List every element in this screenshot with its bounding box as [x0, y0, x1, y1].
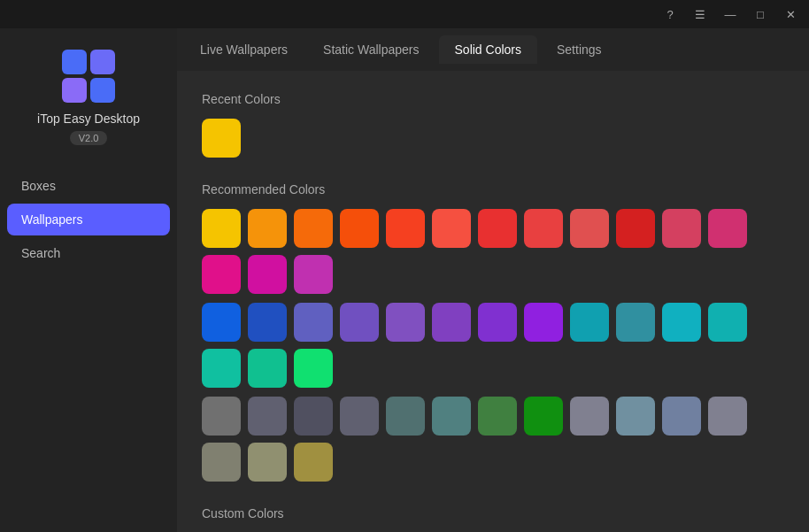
color-swatch[interactable] — [248, 303, 287, 342]
color-swatch[interactable] — [616, 303, 655, 342]
tab-live-wallpapers[interactable]: Live Wallpapers — [184, 35, 304, 64]
color-swatch[interactable] — [202, 397, 241, 436]
color-swatch[interactable] — [570, 209, 609, 248]
sidebar: iTop Easy Desktop V2.0 Boxes Wallpapers … — [0, 28, 177, 532]
title-bar: ? ☰ — □ ✕ — [0, 0, 809, 28]
tab-settings[interactable]: Settings — [541, 35, 618, 64]
logo-cell-4 — [90, 78, 115, 103]
sidebar-nav: Boxes Wallpapers Search — [0, 170, 177, 269]
color-swatch[interactable] — [616, 209, 655, 248]
minimize-button[interactable]: — — [719, 3, 742, 26]
color-swatch[interactable] — [386, 397, 425, 436]
color-swatch[interactable] — [248, 209, 287, 248]
color-swatch[interactable] — [248, 397, 287, 436]
color-swatch[interactable] — [248, 443, 287, 482]
color-swatch[interactable] — [662, 303, 701, 342]
recommended-colors-section: Recommended Colors — [202, 182, 784, 482]
color-swatch[interactable] — [708, 397, 747, 436]
color-swatch[interactable] — [478, 303, 517, 342]
sidebar-item-wallpapers[interactable]: Wallpapers — [7, 204, 170, 235]
color-swatch[interactable] — [708, 209, 747, 248]
logo-cell-3 — [62, 78, 87, 103]
sidebar-item-search[interactable]: Search — [7, 237, 170, 269]
color-swatch[interactable] — [294, 397, 333, 436]
maximize-button[interactable]: □ — [749, 3, 772, 26]
main-layout: iTop Easy Desktop V2.0 Boxes Wallpapers … — [0, 28, 809, 532]
color-swatch[interactable] — [570, 397, 609, 436]
app-logo — [62, 50, 115, 103]
color-swatch[interactable] — [340, 209, 379, 248]
color-swatch[interactable] — [570, 303, 609, 342]
color-swatch[interactable] — [340, 303, 379, 342]
color-swatch[interactable] — [294, 255, 333, 294]
logo-cell-1 — [62, 50, 87, 74]
recent-colors-section: Recent Colors — [202, 92, 784, 158]
recommended-colors-row1 — [202, 209, 784, 294]
menu-button[interactable]: ☰ — [689, 3, 712, 26]
color-swatch[interactable] — [662, 209, 701, 248]
color-swatch[interactable] — [294, 209, 333, 248]
color-swatch[interactable] — [524, 303, 563, 342]
tab-solid-colors[interactable]: Solid Colors — [439, 35, 537, 64]
color-swatch[interactable] — [524, 209, 563, 248]
tabs-bar: Live Wallpapers Static Wallpapers Solid … — [177, 28, 809, 71]
app-name: iTop Easy Desktop — [37, 112, 140, 126]
recent-color-swatch-0[interactable] — [202, 119, 241, 158]
color-swatch[interactable] — [294, 349, 333, 388]
color-swatch[interactable] — [524, 397, 563, 436]
content-area: Live Wallpapers Static Wallpapers Solid … — [177, 28, 809, 532]
recent-colors-row — [202, 119, 784, 158]
custom-colors-section: Custom Colors ✏️ — [202, 506, 784, 532]
color-swatch[interactable] — [432, 397, 471, 436]
app-version: V2.0 — [70, 131, 108, 145]
help-button[interactable]: ? — [659, 3, 682, 26]
recommended-colors-row3 — [202, 397, 784, 482]
color-swatch[interactable] — [202, 209, 241, 248]
color-swatch[interactable] — [202, 443, 241, 482]
color-swatch[interactable] — [248, 255, 287, 294]
close-button[interactable]: ✕ — [779, 3, 802, 26]
color-swatch[interactable] — [202, 303, 241, 342]
color-swatch[interactable] — [478, 209, 517, 248]
recommended-colors-title: Recommended Colors — [202, 182, 784, 197]
color-swatch[interactable] — [708, 303, 747, 342]
color-swatch[interactable] — [248, 349, 287, 388]
sidebar-item-boxes[interactable]: Boxes — [7, 170, 170, 202]
color-swatch[interactable] — [432, 209, 471, 248]
color-swatch[interactable] — [662, 397, 701, 436]
color-swatch[interactable] — [340, 397, 379, 436]
tab-static-wallpapers[interactable]: Static Wallpapers — [307, 35, 435, 64]
scroll-area[interactable]: Recent Colors Recommended Colors — [177, 71, 809, 532]
color-swatch[interactable] — [294, 443, 333, 482]
color-swatch[interactable] — [386, 209, 425, 248]
color-swatch[interactable] — [616, 397, 655, 436]
custom-colors-title: Custom Colors — [202, 506, 784, 520]
color-swatch[interactable] — [386, 303, 425, 342]
color-swatch[interactable] — [202, 349, 241, 388]
color-swatch[interactable] — [202, 255, 241, 294]
color-swatch[interactable] — [294, 303, 333, 342]
color-swatch[interactable] — [478, 397, 517, 436]
color-swatch[interactable] — [432, 303, 471, 342]
logo-cell-2 — [90, 50, 115, 74]
recommended-colors-row2 — [202, 303, 784, 388]
recent-colors-title: Recent Colors — [202, 92, 784, 106]
